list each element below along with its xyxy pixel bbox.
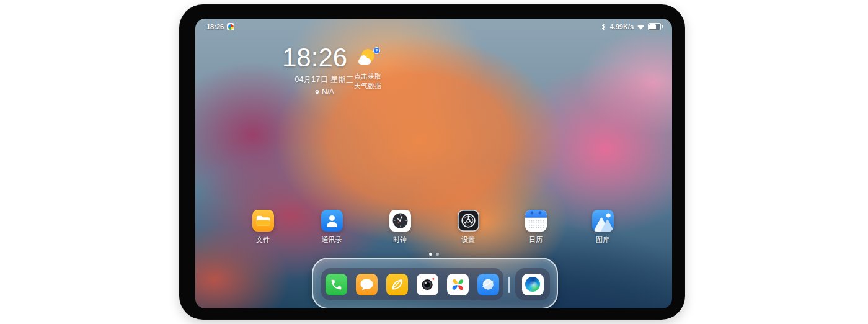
browser-leaf-icon[interactable]	[386, 274, 408, 295]
weather-question-badge: ?	[373, 47, 380, 54]
files-icon	[252, 210, 274, 232]
tablet-frame: 18:26 4.99K/s 18:26 04月17日 星期三	[179, 4, 685, 320]
page-dot	[436, 253, 439, 256]
app-item-contacts[interactable]: 通讯录	[307, 210, 356, 245]
calendar-icon	[525, 210, 547, 232]
battery-icon	[648, 23, 661, 30]
contacts-icon	[321, 210, 343, 232]
app-label: 日历	[511, 235, 560, 245]
app-label: 设置	[443, 235, 493, 245]
edge-icon[interactable]	[522, 274, 544, 295]
location-pin-icon	[314, 89, 320, 95]
page-indicator	[195, 253, 672, 256]
app-label: 文件	[238, 235, 288, 245]
app-label: 时钟	[375, 235, 425, 245]
camera-icon[interactable]	[417, 274, 438, 295]
home-screen-wallpaper: 18:26 4.99K/s 18:26 04月17日 星期三	[195, 19, 672, 308]
network-speed: 4.99K/s	[609, 23, 634, 30]
dock-main-section	[321, 268, 503, 300]
app-item-files[interactable]: 文件	[238, 210, 288, 245]
app-label: 通讯录	[307, 235, 356, 245]
clock-date: 04月17日 星期三	[288, 74, 360, 85]
app-item-clock[interactable]: 时钟	[375, 210, 425, 245]
weather-widget[interactable]: ? 点击获取 天气数据	[354, 48, 381, 91]
app-label: 图库	[578, 235, 627, 245]
app-item-settings[interactable]: 设置	[443, 210, 493, 245]
pinwheel-app-indicator-icon	[227, 23, 234, 30]
phone-icon[interactable]	[326, 274, 347, 295]
location-text: N/A	[322, 88, 334, 96]
weather-hint-line2: 天气数据	[354, 81, 381, 91]
status-bar: 18:26 4.99K/s	[195, 19, 672, 35]
app-item-gallery[interactable]: 图库	[578, 210, 627, 245]
clock-time: 18:26	[282, 45, 360, 71]
gallery-icon	[592, 210, 614, 232]
app-item-calendar[interactable]: 日历	[511, 210, 560, 245]
bluetooth-icon	[601, 23, 606, 31]
sun-cloud-icon: ?	[358, 48, 381, 70]
status-time: 18:26	[206, 23, 224, 30]
browser-planet-icon[interactable]	[477, 274, 499, 295]
page-dot-active	[429, 253, 432, 256]
clock-icon	[389, 210, 411, 232]
dock-recent-section	[515, 268, 550, 300]
clock-widget[interactable]: 18:26 04月17日 星期三 N/A	[282, 45, 360, 96]
dock-divider	[508, 277, 510, 293]
wifi-icon	[637, 24, 645, 30]
messages-icon[interactable]	[356, 274, 378, 295]
app-market-icon[interactable]	[447, 274, 469, 295]
settings-icon	[458, 210, 479, 232]
weather-hint-line1: 点击获取	[354, 72, 381, 81]
dock	[312, 258, 558, 308]
